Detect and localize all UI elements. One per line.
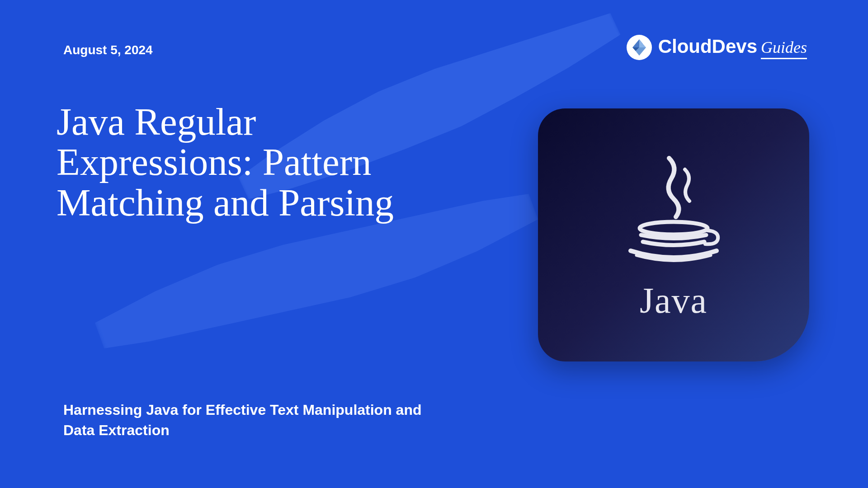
page-title: Java Regular Expressions: Pattern Matchi… xyxy=(57,102,418,223)
page-subtitle: Harnessing Java for Effective Text Manip… xyxy=(63,400,425,441)
java-logo-card: Java xyxy=(538,108,809,361)
brand-logo: CloudDevs Guides xyxy=(626,34,807,61)
clouddevs-icon xyxy=(626,34,653,61)
brand-text-container: CloudDevs Guides xyxy=(658,36,807,59)
java-logo-text: Java xyxy=(640,280,708,321)
java-logo-container: Java xyxy=(615,149,732,321)
svg-point-1 xyxy=(640,222,708,235)
brand-suffix: Guides xyxy=(761,38,807,59)
brand-name: CloudDevs xyxy=(658,36,757,57)
publication-date: August 5, 2024 xyxy=(63,43,153,57)
java-cup-icon xyxy=(615,149,732,267)
